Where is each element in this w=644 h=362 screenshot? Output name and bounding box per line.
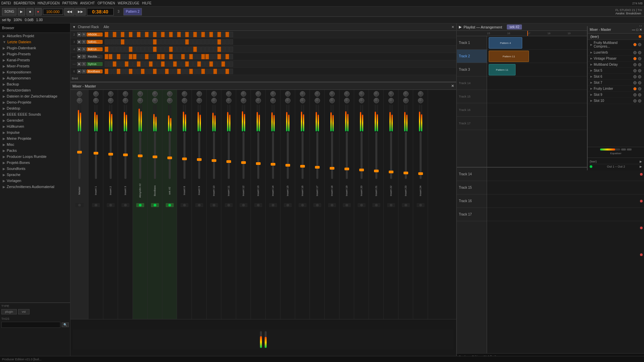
pattern-cell[interactable]: [169, 39, 173, 45]
lower-track-14[interactable]: Track 14: [457, 168, 487, 181]
pattern-cell[interactable]: [161, 54, 165, 59]
pan-knob[interactable]: [344, 98, 350, 103]
slot-dot[interactable]: [633, 87, 637, 90]
pattern-cell[interactable]: [181, 54, 185, 59]
mixer-channel-17[interactable]: Insert 17: [310, 90, 325, 319]
pattern-cell[interactable]: [117, 61, 120, 67]
prev-button[interactable]: ◀◀: [64, 8, 74, 15]
ch-fader[interactable]: [316, 132, 318, 179]
sidebar-item-sprache[interactable]: ▶ Sprache: [0, 172, 70, 178]
pattern-cell[interactable]: [209, 47, 213, 52]
sidebar-item-zerschnittenes[interactable]: ▶ Zerschnittenes Audiomaterial: [0, 184, 70, 190]
send-knob[interactable]: [300, 91, 305, 97]
sidebar-item-aktuelles[interactable]: ▶ Aktuelles Projekt: [0, 33, 70, 39]
pattern-cell[interactable]: [149, 54, 153, 59]
slot-5[interactable]: ▶ Slot 5: [588, 68, 644, 74]
sidebar-item-desktop[interactable]: ▶ Desktop: [0, 105, 70, 111]
pattern-cell[interactable]: [221, 47, 225, 52]
ch-fader-thumb[interactable]: [94, 152, 98, 155]
menu-item-datei[interactable]: DATEI: [1, 1, 11, 5]
pattern-cell[interactable]: [169, 47, 173, 52]
mixer-channel-20[interactable]: Insert 20: [354, 90, 369, 319]
pattern-cell[interactable]: [185, 39, 189, 45]
pattern-cell[interactable]: [149, 32, 153, 37]
send-knob[interactable]: [93, 91, 99, 97]
ch-mute[interactable]: ▶: [77, 40, 81, 44]
sidebar-item-kompositionen[interactable]: ▶ Kompositionen: [0, 69, 70, 75]
sidebar-item-impulse[interactable]: ▶ Impulse: [0, 129, 70, 135]
pattern-cell[interactable]: [149, 47, 153, 52]
pattern-cell[interactable]: [141, 61, 145, 67]
pan-knob[interactable]: [388, 98, 394, 103]
menu-item-ansicht[interactable]: ANSICHT: [80, 1, 95, 5]
ch-send-btn[interactable]: [180, 203, 189, 207]
ch-fader-thumb[interactable]: [300, 165, 305, 168]
track-label-2[interactable]: Track 2: [457, 50, 487, 63]
pattern-cell[interactable]: [149, 39, 153, 45]
ch-fader-thumb[interactable]: [330, 167, 334, 170]
slot-dot[interactable]: [633, 75, 637, 78]
ch-name[interactable]: Reckles_DnB F6: [87, 55, 103, 59]
pattern-cell[interactable]: [161, 47, 165, 52]
ch-send-btn[interactable]: [225, 203, 233, 207]
send-knob[interactable]: [285, 91, 290, 97]
pattern-cell[interactable]: [205, 61, 209, 67]
mixer-channel-24[interactable]: Insert 24: [413, 90, 428, 319]
mixer-channel-6[interactable]: BooBass: [148, 90, 162, 319]
pan-knob[interactable]: [270, 98, 276, 103]
pattern-cell[interactable]: [205, 54, 209, 59]
pattern-cell[interactable]: [201, 39, 205, 45]
pattern-cell[interactable]: [125, 39, 128, 45]
pan-knob[interactable]: [403, 98, 409, 103]
pattern-cell[interactable]: [193, 39, 197, 45]
ch-name[interactable]: Bd0168_Ft Kick: [87, 47, 103, 51]
send-knob[interactable]: [138, 91, 143, 97]
pattern-cell[interactable]: [125, 54, 128, 59]
sidebar-item-benutzerdaten[interactable]: ▶ Benutzerdaten: [0, 87, 70, 93]
pattern-cell[interactable]: [117, 54, 120, 59]
track-label-7[interactable]: Track 17: [457, 117, 487, 130]
pattern-cell[interactable]: [121, 32, 124, 37]
pattern-cell[interactable]: [193, 54, 197, 59]
ch-name[interactable]: Hh0068__Hihat: [87, 33, 103, 37]
pan-knob[interactable]: [108, 98, 113, 103]
search-button[interactable]: 🔍: [62, 322, 69, 327]
slot-6[interactable]: ▶ Slot 6: [588, 74, 644, 80]
pattern-cell[interactable]: [153, 47, 157, 52]
pattern-cell[interactable]: [121, 54, 124, 59]
sidebar-item-plugin-presets[interactable]: ▶ Plugin-Presets: [0, 51, 70, 57]
pattern-cell[interactable]: [141, 47, 145, 52]
pattern-cell[interactable]: [105, 61, 108, 67]
ch-send-btn[interactable]: [136, 203, 144, 207]
pattern-cell[interactable]: [173, 32, 177, 37]
sidebar-item-producer-loops[interactable]: ▶ Producer Loops Rumble: [0, 154, 70, 160]
ch-send-btn[interactable]: [195, 203, 203, 207]
sidebar-item-soundfonts[interactable]: ▶ Soundfonts: [0, 166, 70, 172]
sidebar-item-kanal-presets[interactable]: ▶ Kanal-Presets: [0, 57, 70, 63]
pattern-cell[interactable]: [225, 47, 229, 52]
send-knob[interactable]: [77, 91, 82, 97]
ch-send-btn[interactable]: [387, 203, 395, 207]
slot-dot2[interactable]: [638, 93, 641, 97]
sidebar-item-demo[interactable]: ▶ Demo-Projekte: [0, 99, 70, 105]
send-knob[interactable]: [270, 91, 276, 97]
send-knob[interactable]: [374, 91, 379, 97]
pattern-cell[interactable]: [181, 61, 185, 67]
mixer-channel-1[interactable]: Master: [70, 90, 89, 319]
send-knob[interactable]: [418, 91, 423, 97]
pattern-cell[interactable]: [197, 69, 201, 74]
sidebar-item-projekt-bones[interactable]: ▶ Projekt-Bones: [0, 160, 70, 166]
pattern-cell[interactable]: [213, 61, 217, 67]
pattern-cell[interactable]: [109, 61, 112, 67]
pattern-cell[interactable]: [145, 32, 149, 37]
pattern-cell[interactable]: [169, 61, 173, 67]
pattern-cell[interactable]: [189, 69, 193, 74]
ch-send-btn[interactable]: [358, 203, 366, 207]
sidebar-item-backup[interactable]: ▶ Backup: [0, 81, 70, 87]
mixer-channel-8[interactable]: Insert 8: [177, 90, 192, 319]
pattern-cell[interactable]: [193, 32, 197, 37]
pattern-cell[interactable]: [185, 61, 189, 67]
send-knob[interactable]: [167, 91, 172, 97]
pattern-cell[interactable]: [137, 47, 141, 52]
mixer-channel-18[interactable]: Insert 18: [325, 90, 339, 319]
